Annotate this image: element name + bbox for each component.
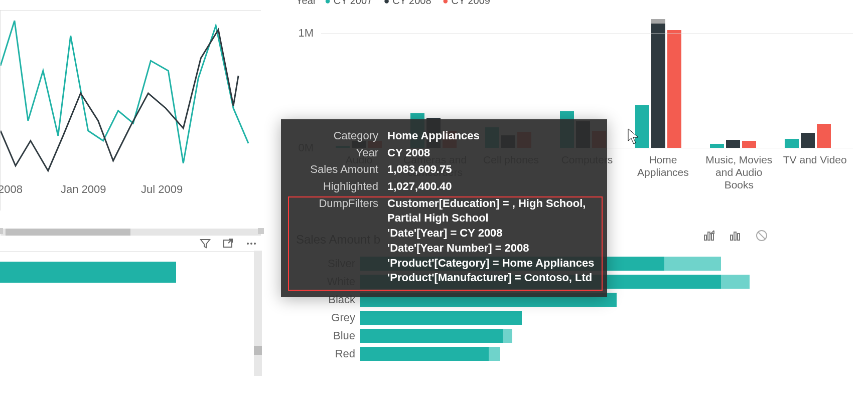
tooltip-label: Year: [293, 145, 387, 160]
bar[interactable]: [785, 139, 799, 148]
bar-group[interactable]: [771, 10, 845, 148]
filter-icon[interactable]: [199, 237, 212, 250]
gridline: [321, 33, 853, 34]
focus-mode-icon[interactable]: [222, 237, 235, 250]
line-series-b: [1, 30, 238, 170]
bar-group[interactable]: [621, 10, 695, 148]
bar[interactable]: [710, 144, 724, 148]
annotation-highlight-box: [288, 196, 603, 291]
resize-handle[interactable]: [0, 228, 3, 234]
scrollbar-thumb[interactable]: [254, 346, 262, 355]
tooltip-value: 1,027,400.40: [387, 179, 595, 194]
tooltip-label: Highlighted: [293, 179, 387, 194]
line-chart-x-axis: 2008 Jan 2009 Jul 2009: [1, 183, 261, 203]
hbar-segment-secondary: [721, 275, 750, 289]
x-tick: Jul 2009: [141, 183, 183, 196]
hbar-track: [360, 311, 788, 325]
bar[interactable]: [817, 124, 831, 148]
hbar-segment-secondary: [503, 329, 512, 343]
line-chart-visual[interactable]: 2008 Jan 2009 Jul 2009: [0, 10, 261, 211]
bar[interactable]: [801, 133, 815, 148]
legend: Year ● CY 2007 ● CY 2008 ● CY 2009: [296, 0, 490, 7]
report-canvas: 2008 Jan 2009 Jul 2009 Year ● CY 2007 ● …: [0, 0, 868, 412]
hbar-segment-primary: [360, 347, 489, 361]
bottom-left-bar-visual[interactable]: [0, 262, 178, 286]
hbar-track: [360, 347, 788, 361]
bar[interactable]: [726, 140, 740, 148]
x-tick: TV and Video: [777, 150, 853, 191]
hbar-segment-primary: [360, 329, 503, 343]
bar-highlight-cap: [651, 19, 665, 23]
bar-segment: [0, 262, 176, 283]
legend-item: CY 2007: [334, 0, 372, 6]
bar[interactable]: [667, 30, 681, 148]
x-tick: 2008: [0, 183, 23, 196]
legend-prefix: Year: [296, 0, 316, 6]
tooltip-label: Category: [293, 128, 387, 143]
x-tick: Home Appliances: [625, 150, 701, 191]
hbar-segment-primary: [360, 311, 522, 325]
svg-point-1: [247, 243, 249, 245]
bar-group[interactable]: [695, 10, 770, 148]
legend-item: CY 2009: [452, 0, 490, 6]
hbar-row[interactable]: Blue: [296, 327, 788, 345]
tooltip-label: Sales Amount: [293, 162, 387, 177]
visual-selection-handles[interactable]: [0, 231, 261, 252]
more-options-icon[interactable]: [245, 237, 258, 250]
hbar-segment-secondary: [664, 257, 721, 271]
vertical-scrollbar[interactable]: [254, 251, 262, 376]
hbar-track: [360, 329, 788, 343]
resize-handle[interactable]: [258, 228, 264, 234]
tooltip-value: CY 2008: [387, 145, 595, 160]
x-tick: Music, Movies and Audio Books: [701, 150, 777, 191]
hbar-label: Red: [296, 347, 360, 360]
legend-item: CY 2008: [392, 0, 431, 6]
svg-point-2: [250, 243, 252, 245]
hbar-row[interactable]: Grey: [296, 309, 788, 327]
hbar-segment-secondary: [489, 347, 501, 361]
svg-point-3: [254, 243, 256, 245]
hbar-label: Grey: [296, 311, 360, 324]
bar[interactable]: [651, 24, 665, 148]
x-tick: Jan 2009: [61, 183, 106, 196]
mouse-cursor-icon: [627, 128, 641, 146]
line-chart-plot: [1, 11, 261, 181]
tooltip-value: 1,083,609.75: [387, 162, 595, 177]
hbar-row[interactable]: Red: [296, 345, 788, 363]
hbar-label: Blue: [296, 329, 360, 342]
bar[interactable]: [742, 141, 756, 148]
tooltip-value: Home Appliances: [387, 128, 595, 143]
